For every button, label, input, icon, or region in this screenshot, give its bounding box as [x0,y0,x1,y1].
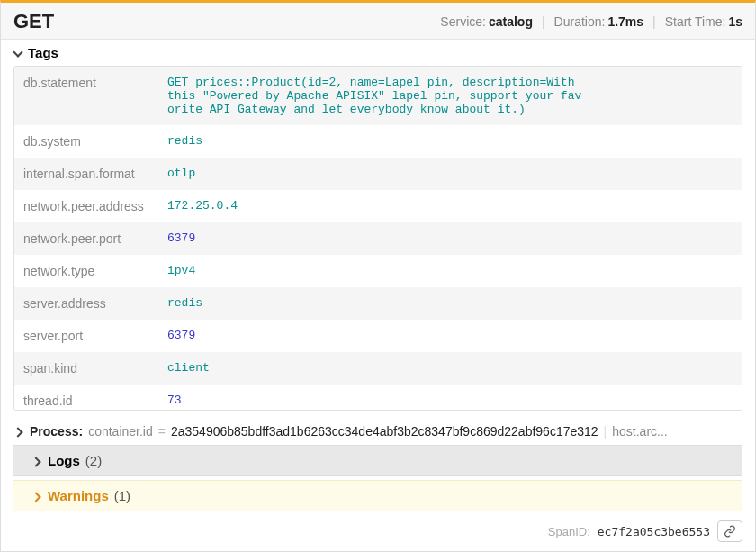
duration-value: 1.7ms [608,14,644,29]
logs-label: Logs [48,453,80,468]
process-next-key: host.arc... [612,424,667,439]
copy-link-button[interactable] [717,520,742,542]
tag-key: network.peer.address [23,199,167,213]
tag-value: 6379 [167,329,733,343]
service-meta: Service: catalog [440,14,533,29]
header-meta: Service: catalog | Duration: 1.7ms | Sta… [440,14,742,29]
tag-row: network.type ipv4 [14,255,742,287]
tag-key: server.address [23,296,167,311]
separator: | [604,424,608,439]
tag-value: 73 [167,394,733,408]
tag-value: otlp [167,167,733,181]
chevron-right-icon [32,456,42,466]
warnings-count: (1) [114,488,130,503]
tag-key: internal.span.format [23,167,167,181]
logs-count: (2) [86,453,102,468]
chevron-right-icon [14,426,24,437]
header: GET Service: catalog | Duration: 1.7ms |… [1,3,755,40]
meta-separator: | [542,14,545,29]
span-id-label: SpanID: [548,525,590,538]
tag-value: client [167,361,733,376]
tag-row: server.address redis [14,287,742,320]
tag-value: redis [167,296,733,311]
tags-section-header[interactable]: Tags [1,40,755,66]
operation-name: GET [14,10,440,33]
tags-title: Tags [28,45,58,60]
duration-meta: Duration: 1.7ms [554,14,644,29]
logs-section-header[interactable]: Logs (2) [14,445,742,476]
start-label: Start Time: [665,14,726,29]
link-icon [724,525,736,538]
tag-row: server.port 6379 [14,320,742,352]
process-value: 2a354906b85bdff3ad1b6263cc34de4abf3b2c83… [171,424,598,439]
tag-row: network.peer.address 172.25.0.4 [14,190,742,222]
tag-key: network.peer.port [23,231,167,246]
tag-key: server.port [23,329,167,343]
service-value: catalog [489,14,533,29]
tag-row: db.statement GET prices::Product(id=2, n… [14,67,742,125]
tag-key: thread.id [23,394,167,408]
span-detail-panel: GET Service: catalog | Duration: 1.7ms |… [0,0,756,552]
tag-key: db.statement [23,76,167,116]
service-label: Service: [440,14,486,29]
tag-value: GET prices::Product(id=2, name=Lapel pin… [167,76,733,116]
process-section-header[interactable]: Process: container.id = 2a354906b85bdff3… [1,418,755,445]
meta-separator: | [652,14,656,29]
equals-sign: = [158,424,166,439]
footer: SpanID: ec7f2a05c3be6553 [1,511,755,551]
tag-key: db.system [23,134,167,149]
process-label: Process: [30,424,83,439]
tags-table: db.statement GET prices::Product(id=2, n… [14,66,742,411]
start-value: 1s [728,14,742,29]
tag-value: ipv4 [167,264,733,278]
chevron-down-icon [14,48,24,59]
tag-row: span.kind client [14,352,742,385]
tag-key: network.type [23,264,167,278]
tag-row: db.system redis [14,125,742,158]
span-id-value: ec7f2a05c3be6553 [598,525,710,538]
duration-label: Duration: [554,14,606,29]
tag-key: span.kind [23,361,167,376]
warnings-label: Warnings [48,488,109,503]
process-key: container.id [88,424,153,439]
tag-value: redis [167,134,733,149]
tag-row: internal.span.format otlp [14,158,742,190]
warnings-section-header[interactable]: Warnings (1) [14,480,742,511]
start-meta: Start Time: 1s [665,14,742,29]
tag-value: 172.25.0.4 [167,199,733,213]
tag-value: 6379 [167,231,733,246]
tag-row: network.peer.port 6379 [14,222,742,255]
tag-row: thread.id 73 [14,385,742,411]
chevron-right-icon [32,491,42,502]
